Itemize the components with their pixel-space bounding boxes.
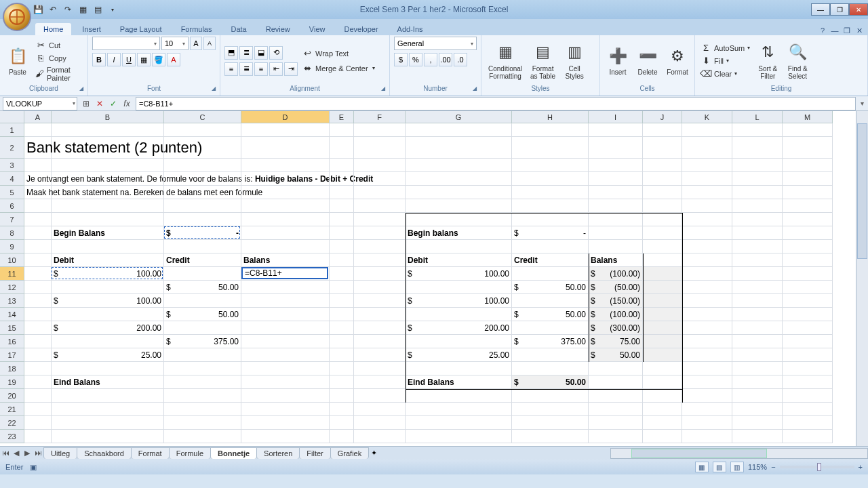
sheet-tab-filter[interactable]: Filter (299, 447, 330, 459)
cell-A19[interactable] (24, 375, 52, 389)
cell-C7[interactable] (164, 213, 241, 226)
cell-G15[interactable]: $200.00 (406, 321, 512, 335)
cell-D20[interactable] (241, 389, 330, 403)
cell-M14[interactable] (783, 308, 833, 321)
cell-B15[interactable]: $200.00 (52, 321, 164, 335)
cell-H16[interactable]: $375.00 (512, 335, 589, 348)
cell-B18[interactable] (52, 362, 164, 375)
row-header-21[interactable]: 21 (0, 403, 24, 416)
cell-C20[interactable] (164, 389, 241, 403)
cell-E3[interactable] (330, 159, 354, 172)
cell-J8[interactable] (643, 226, 682, 240)
cell-I6[interactable] (589, 199, 643, 213)
cell-G18[interactable] (406, 362, 512, 375)
cell-C10[interactable]: Credit (164, 253, 241, 267)
cell-H23[interactable] (512, 430, 589, 443)
cell-E7[interactable] (330, 213, 354, 226)
cell-G8[interactable]: Begin balans (406, 226, 512, 240)
cell-G12[interactable] (406, 281, 512, 294)
cell-E13[interactable] (330, 294, 354, 308)
cell-L22[interactable] (732, 416, 783, 430)
cell-D16[interactable] (241, 335, 330, 348)
cell-D21[interactable] (241, 403, 330, 416)
cell-I15[interactable]: $(300.00) (589, 321, 643, 335)
col-header-K[interactable]: K (682, 111, 732, 123)
name-box[interactable]: VLOOKUP▾ (3, 97, 77, 110)
cell-E8[interactable] (330, 226, 354, 240)
cell-F18[interactable] (354, 362, 406, 375)
italic-button[interactable]: I (107, 53, 121, 66)
format-as-table-button[interactable]: ▤Format as Table (528, 41, 558, 81)
cells-area[interactable]: Bank statement (2 punten)Je ontvangt een… (24, 123, 833, 443)
vertical-scrollbar[interactable] (856, 111, 868, 446)
cell-B4[interactable] (52, 172, 164, 186)
cell-M23[interactable] (783, 430, 833, 443)
cell-D23[interactable] (241, 430, 330, 443)
cell-K23[interactable] (682, 430, 732, 443)
qat-more-icon[interactable]: ▾ (107, 4, 118, 15)
cell-G2[interactable] (406, 137, 512, 159)
cell-B12[interactable] (52, 281, 164, 294)
workbook-close-icon[interactable]: ✕ (854, 26, 864, 35)
sheet-tab-bonnetje[interactable]: Bonnetje (210, 447, 257, 459)
cell-E18[interactable] (330, 362, 354, 375)
cell-I8[interactable] (589, 226, 643, 240)
cell-C22[interactable] (164, 416, 241, 430)
cell-D10[interactable]: Balans (241, 253, 330, 267)
cell-G19[interactable]: Eind Balans (406, 375, 512, 389)
cell-I5[interactable] (589, 186, 643, 199)
tab-data[interactable]: Data (222, 23, 254, 35)
help-icon[interactable]: ? (818, 26, 827, 35)
cell-M22[interactable] (783, 416, 833, 430)
cell-G6[interactable] (406, 199, 512, 213)
save-icon[interactable]: 💾 (33, 4, 43, 15)
cell-D8[interactable] (241, 226, 330, 240)
sort-filter-button[interactable]: ⇅Sort & Filter (754, 41, 781, 81)
cell-M2[interactable] (783, 137, 833, 159)
cell-D22[interactable] (241, 416, 330, 430)
find-select-button[interactable]: 🔍Find & Select (784, 41, 811, 81)
zoom-thumb[interactable] (817, 463, 821, 471)
qat-icon-1[interactable]: ▦ (77, 4, 88, 15)
cell-F8[interactable] (354, 226, 406, 240)
close-button[interactable]: ✕ (849, 3, 868, 16)
cell-I3[interactable] (589, 159, 643, 172)
cell-F10[interactable] (354, 253, 406, 267)
cell-E10[interactable] (330, 253, 354, 267)
cell-I21[interactable] (589, 403, 643, 416)
cell-B11[interactable]: $100.00 (52, 267, 164, 281)
cell-H10[interactable]: Credit (512, 253, 589, 267)
cell-H3[interactable] (512, 159, 589, 172)
tab-page-layout[interactable]: Page Layout (112, 23, 170, 35)
cell-B5[interactable] (52, 186, 164, 199)
cell-K5[interactable] (682, 186, 732, 199)
cell-H8[interactable]: $- (512, 226, 589, 240)
cell-C11[interactable] (164, 267, 241, 281)
cell-J5[interactable] (643, 186, 682, 199)
cell-K11[interactable] (682, 267, 732, 281)
cell-K3[interactable] (682, 159, 732, 172)
sheet-tab-uitleg[interactable]: Uitleg (43, 447, 77, 459)
active-cell-editor[interactable]: =C8-B11+ (241, 267, 328, 279)
row-header-15[interactable]: 15 (0, 321, 24, 335)
cell-H6[interactable] (512, 199, 589, 213)
decrease-indent-icon[interactable]: ⇤ (269, 62, 283, 76)
cell-D6[interactable] (241, 199, 330, 213)
row-header-17[interactable]: 17 (0, 348, 24, 362)
cell-E9[interactable] (330, 240, 354, 253)
cell-K2[interactable] (682, 137, 732, 159)
undo-icon[interactable]: ↶ (47, 4, 58, 15)
font-size-combo[interactable]: 10▾ (161, 37, 189, 50)
merge-center-button[interactable]: ⬌Merge & Center▾ (300, 62, 376, 75)
cell-B23[interactable] (52, 430, 164, 443)
cell-F13[interactable] (354, 294, 406, 308)
cell-I11[interactable]: $(100.00) (589, 267, 643, 281)
cell-L19[interactable] (732, 375, 783, 389)
tab-insert[interactable]: Insert (74, 23, 109, 35)
cell-A21[interactable] (24, 403, 52, 416)
cell-L16[interactable] (732, 335, 783, 348)
cell-M20[interactable] (783, 389, 833, 403)
cell-D19[interactable] (241, 375, 330, 389)
cell-K10[interactable] (682, 253, 732, 267)
cell-F9[interactable] (354, 240, 406, 253)
